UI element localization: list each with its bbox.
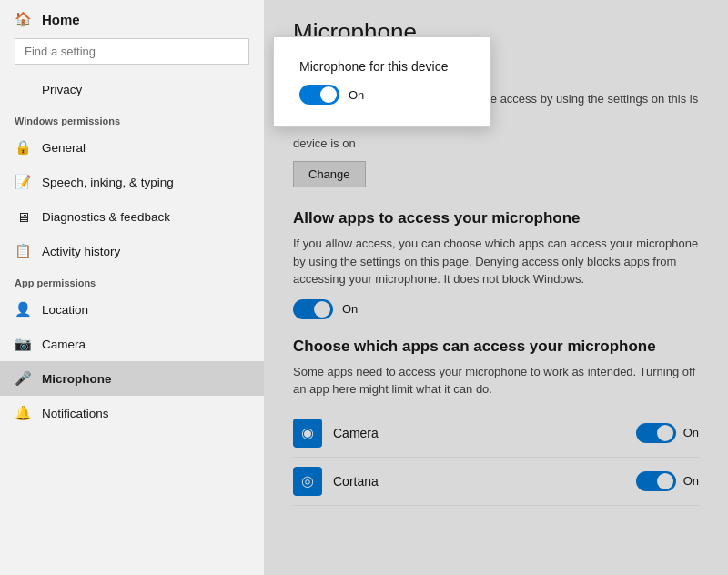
home-icon: 🏠 [15, 11, 31, 27]
diagnostics-icon: 🖥 [15, 208, 31, 225]
app-permissions-label: App permissions [0, 268, 264, 292]
activity-icon: 📋 [15, 243, 31, 259]
sidebar-item-diagnostics[interactable]: 🖥 Diagnostics & feedback [0, 199, 264, 234]
camera-icon: 📷 [15, 336, 31, 352]
microphone-label: Microphone [42, 372, 112, 386]
search-input[interactable] [15, 38, 249, 65]
location-icon: 👤 [15, 301, 31, 318]
microphone-icon: 🎤 [15, 370, 31, 387]
notifications-icon: 🔔 [15, 405, 31, 421]
privacy-icon [15, 81, 31, 97]
location-label: Location [42, 303, 88, 317]
sidebar-item-general[interactable]: 🔒 General [0, 130, 264, 165]
sidebar-home-label[interactable]: Home [42, 12, 80, 27]
speech-icon: 📝 [15, 174, 31, 190]
sidebar-item-location[interactable]: 👤 Location [0, 292, 264, 327]
sidebar-item-speech[interactable]: 📝 Speech, inking, & typing [0, 165, 264, 199]
privacy-label: Privacy [42, 83, 82, 96]
general-icon: 🔒 [15, 139, 31, 156]
popup-toggle-label: On [349, 88, 364, 102]
sidebar-item-notifications[interactable]: 🔔 Notifications [0, 396, 264, 430]
diagnostics-label: Diagnostics & feedback [42, 210, 170, 224]
sidebar-item-privacy[interactable]: Privacy [0, 72, 264, 106]
popup-title: Microphone for this device [299, 59, 465, 74]
popup-toggle-row: On [299, 85, 465, 105]
windows-permissions-label: Windows permissions [0, 106, 264, 130]
sidebar-item-camera[interactable]: 📷 Camera [0, 327, 264, 361]
speech-label: Speech, inking, & typing [42, 176, 174, 189]
sidebar: 🏠 Home Privacy Windows permissions 🔒 Gen… [0, 0, 264, 575]
notifications-label: Notifications [42, 407, 109, 420]
sidebar-item-activity[interactable]: 📋 Activity history [0, 234, 264, 268]
general-label: General [42, 141, 86, 155]
camera-label: Camera [42, 338, 86, 351]
activity-label: Activity history [42, 245, 120, 258]
popup-overlay: Microphone for this device On [264, 0, 728, 575]
popup-toggle[interactable] [299, 85, 339, 105]
popup-box: Microphone for this device On [273, 36, 491, 127]
sidebar-header: 🏠 Home [0, 0, 264, 35]
main-content: Microphone microphone on this device usi… [264, 0, 728, 575]
sidebar-item-microphone[interactable]: 🎤 Microphone [0, 361, 264, 396]
